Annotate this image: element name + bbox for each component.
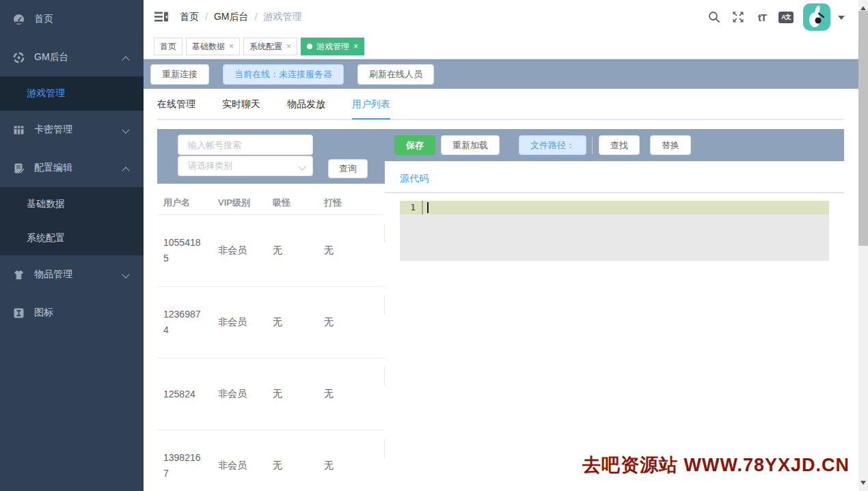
- table-cell-xiguai: 无: [267, 388, 318, 400]
- reload-button[interactable]: 重新加载: [441, 135, 500, 155]
- online-status-button[interactable]: 当前在线：未连接服务器: [223, 64, 344, 85]
- sidebar-item-game-management[interactable]: 游戏管理: [0, 76, 144, 111]
- chevron-up-icon: [123, 55, 128, 60]
- active-dot-icon: [307, 44, 312, 49]
- sidebar-item-home[interactable]: 首页: [0, 0, 144, 38]
- find-button[interactable]: 查找: [599, 135, 640, 155]
- replace-button[interactable]: 替换: [650, 135, 691, 155]
- search-button[interactable]: [705, 8, 723, 26]
- text-size-button[interactable]: tT: [753, 8, 771, 26]
- reconnect-button[interactable]: 重新连接: [150, 64, 209, 85]
- account-search-input[interactable]: [178, 135, 313, 155]
- fullscreen-button[interactable]: [729, 8, 747, 26]
- tag-home[interactable]: 首页: [154, 38, 182, 55]
- breadcrumb-item-gm-admin[interactable]: GM后台: [214, 11, 249, 23]
- sidebar-item-label: 系统配置: [27, 232, 65, 244]
- tab-user-list[interactable]: 用户列表: [352, 90, 390, 120]
- tag-label: 系统配置: [249, 41, 282, 53]
- tabs-row: 在线管理 实时聊天 物品发放 用户列表: [157, 89, 844, 120]
- main-area: 首页 / GM后台 / 游戏管理 tT A文: [144, 0, 858, 491]
- navbar-actions: tT A文: [699, 3, 845, 31]
- breadcrumb-separator: /: [254, 12, 257, 23]
- tab-item-distribution[interactable]: 物品发放: [287, 90, 325, 120]
- chevron-up-icon: [123, 165, 128, 171]
- query-button[interactable]: 查询: [328, 159, 368, 178]
- table-cell-username: 125824: [157, 387, 212, 402]
- sidebar-item-item-management[interactable]: 物品管理: [0, 255, 144, 294]
- sidebar-item-label: 首页: [34, 13, 53, 25]
- chevron-down-icon: [123, 127, 128, 132]
- file-path-button[interactable]: 文件路径：: [519, 135, 586, 155]
- scroll-up-arrow-icon[interactable]: [860, 3, 866, 10]
- table-header-cell: 用户名: [157, 197, 212, 209]
- dashboard-icon: [13, 14, 25, 25]
- rabbit-avatar-image: [803, 3, 830, 31]
- text-size-icon: tT: [758, 12, 766, 23]
- sidebar-item-label: 配置编辑: [34, 162, 72, 174]
- table-row[interactable]: 10554185 非会员 无 无: [157, 215, 385, 287]
- sidebar-item-label: 物品管理: [34, 268, 72, 281]
- category-select[interactable]: 请选择类别: [178, 156, 313, 176]
- sidebar-item-system-config[interactable]: 系统配置: [0, 221, 144, 255]
- tag-system-config[interactable]: 系统配置 ×: [243, 38, 297, 55]
- table-cell-daguai: 无: [318, 244, 385, 257]
- scrollbar[interactable]: [858, 0, 868, 491]
- editor-toolbar: 保存 重新加载 文件路径： 查找 替换: [385, 129, 844, 161]
- tab-online-management[interactable]: 在线管理: [157, 90, 195, 120]
- document-edit-icon: [13, 163, 25, 174]
- table-cell-daguai: 无: [318, 388, 385, 400]
- search-icon: [708, 11, 720, 23]
- tab-source-code[interactable]: 源代码: [400, 173, 429, 185]
- translate-button[interactable]: A文: [777, 8, 795, 26]
- table-cell-xiguai: 无: [267, 460, 318, 472]
- hamburger-icon: [154, 10, 169, 24]
- tag-base-data[interactable]: 基础数据 ×: [186, 38, 240, 55]
- tag-game-management[interactable]: 游戏管理 ×: [301, 38, 364, 55]
- sidebar-item-label: 卡密管理: [34, 124, 72, 136]
- table-cell-vip: 非会员: [212, 316, 267, 328]
- table-row[interactable]: 13982167 非会员 无 无: [157, 430, 385, 491]
- scroll-down-arrow-icon[interactable]: [860, 481, 866, 488]
- table-cell-vip: 非会员: [212, 244, 267, 257]
- sidebar-item-card-key[interactable]: 卡密管理: [0, 111, 144, 149]
- table-cell-daguai: 无: [318, 460, 385, 472]
- table-cell-vip: 非会员: [212, 388, 267, 400]
- tags-view-bar: 首页 基础数据 × 系统配置 × 游戏管理 ×: [144, 34, 858, 59]
- sidebar: 首页 GM后台 游戏管理 卡密管理 配置编辑 基础数据: [0, 0, 144, 491]
- save-button[interactable]: 保存: [394, 135, 435, 155]
- table-cell-xiguai: 无: [267, 316, 318, 328]
- table-header-cell: VIP级别: [212, 197, 267, 209]
- table-cell-xiguai: 无: [267, 244, 318, 257]
- close-icon[interactable]: ×: [286, 42, 291, 51]
- sidebar-item-config-edit[interactable]: 配置编辑: [0, 149, 144, 187]
- table-row[interactable]: 125824 非会员 无 无: [157, 359, 385, 430]
- component-icon: [13, 52, 25, 64]
- connection-toolbar: 重新连接 当前在线：未连接服务器 刷新在线人员: [144, 59, 858, 89]
- editor-pane: 保存 重新加载 文件路径： 查找 替换 源代码 1: [385, 129, 844, 261]
- hamburger-button[interactable]: [154, 10, 169, 24]
- avatar[interactable]: [803, 3, 830, 31]
- text-cursor: [427, 202, 429, 213]
- close-icon[interactable]: ×: [353, 42, 358, 51]
- page-content: 在线管理 实时聊天 物品发放 用户列表 请选择类别 查询: [144, 89, 858, 491]
- refresh-online-button[interactable]: 刷新在线人员: [357, 64, 434, 85]
- user-menu-caret-icon[interactable]: [838, 16, 845, 23]
- sidebar-item-gm-admin[interactable]: GM后台: [0, 38, 144, 76]
- fullscreen-icon: [732, 11, 744, 23]
- tag-label: 基础数据: [192, 41, 225, 53]
- tag-label: 首页: [160, 41, 176, 53]
- code-editor[interactable]: 1: [400, 201, 829, 261]
- chevron-down-icon: [299, 165, 305, 170]
- tab-live-chat[interactable]: 实时聊天: [222, 90, 260, 120]
- close-icon[interactable]: ×: [229, 42, 234, 51]
- breadcrumb-item-home[interactable]: 首页: [180, 11, 199, 23]
- sidebar-item-base-data[interactable]: 基础数据: [0, 187, 144, 221]
- table-cell-vip: 非会员: [212, 460, 267, 472]
- code-line-active: 1: [400, 201, 829, 214]
- table-row[interactable]: 12369874 非会员 无 无: [157, 287, 385, 359]
- table-cell-username: 13982167: [157, 450, 212, 481]
- table-header-cell: 打怪: [318, 197, 385, 209]
- sidebar-item-icons[interactable]: 图标: [0, 294, 144, 332]
- tag-label: 游戏管理: [316, 41, 349, 53]
- scrollbar-thumb[interactable]: [858, 11, 868, 246]
